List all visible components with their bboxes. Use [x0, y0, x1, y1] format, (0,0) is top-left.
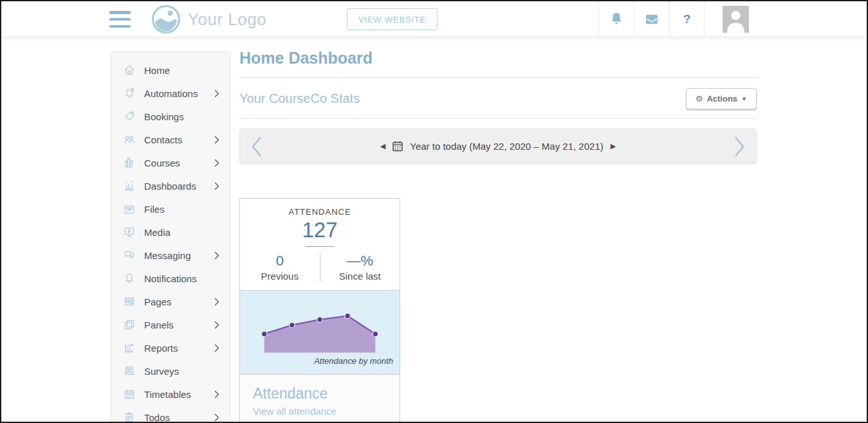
sidebar-item-label: Courses: [144, 158, 214, 168]
sidebar-item-panels[interactable]: Panels: [111, 313, 230, 336]
chevron-right-icon: [214, 390, 219, 399]
report-chart-icon: [123, 341, 136, 354]
chevron-right-icon: [214, 182, 219, 190]
sidebar-item-label: Dashboards: [144, 181, 214, 192]
sidebar-item-label: Media: [144, 227, 219, 238]
sidebar-item-messaging[interactable]: Messaging: [111, 244, 230, 267]
sidebar-item-automations[interactable]: Automations: [111, 82, 230, 105]
sidebar-item-dashboards[interactable]: Dashboards: [111, 174, 230, 197]
books-icon: [123, 156, 136, 169]
attendance-sparkline: Attendance by month: [240, 290, 400, 375]
sidebar-item-files[interactable]: Files: [111, 197, 230, 221]
sidebar-item-media[interactable]: Media: [111, 221, 230, 244]
chat-bubbles-icon: [123, 249, 136, 262]
sidebar-item-label: Home: [144, 65, 219, 76]
chart-data-point: [345, 313, 351, 318]
chevron-right-icon: [214, 413, 219, 422]
prev-arrow-icon[interactable]: ◀: [380, 143, 385, 150]
people-icon: [123, 133, 136, 146]
caret-down-icon: ▼: [741, 96, 747, 102]
since-last-value: —%: [320, 253, 400, 269]
attendance-card: ATTENDANCE 127 0 Previous —% Since last: [239, 198, 400, 423]
sidebar-item-bookings[interactable]: Bookings: [111, 105, 230, 128]
previous-label: Previous: [240, 271, 320, 282]
chart-data-point: [290, 322, 295, 327]
date-range-label[interactable]: Year to today (May 22, 2020 – May 21, 20…: [410, 141, 603, 152]
attendance-card-footer: Attendance View all attendance: [240, 375, 400, 423]
chevron-right-icon: [214, 89, 219, 98]
sidebar-item-courses[interactable]: Courses: [111, 151, 230, 174]
card-footer-title: Attendance: [253, 385, 387, 402]
sidebar-item-label: Pages: [144, 296, 214, 307]
divider: [305, 246, 335, 247]
previous-value: 0: [240, 253, 320, 269]
calendar-icon: [123, 388, 136, 401]
chart-data-point: [317, 317, 323, 322]
bell-icon: [608, 11, 625, 28]
user-avatar: [723, 6, 749, 33]
actions-button-label: Actions: [706, 94, 737, 104]
bell-icon: [123, 272, 136, 285]
inbox-button[interactable]: [634, 1, 669, 37]
chevron-right-icon: [214, 251, 219, 260]
view-all-attendance-link[interactable]: View all attendance: [253, 406, 337, 417]
chart-caption: Attendance by month: [314, 356, 393, 366]
user-menu[interactable]: [705, 1, 749, 37]
sidebar-item-reports[interactable]: Reports: [111, 336, 230, 359]
view-website-button[interactable]: VIEW WEBSITE: [347, 8, 438, 30]
chart-data-point: [261, 331, 267, 336]
logo[interactable]: Your Logo: [151, 4, 266, 35]
question-mark-icon: ?: [683, 12, 691, 26]
file-box-icon: [123, 203, 136, 215]
attendance-card-stats: ATTENDANCE 127 0 Previous —% Since last: [240, 199, 400, 290]
previous-period-chevron[interactable]: [251, 136, 262, 157]
sidebar-item-label: Files: [144, 204, 219, 215]
sidebar-item-label: Panels: [144, 320, 214, 330]
sidebar-item-label: Reports: [144, 343, 214, 354]
main-content: Home Dashboard Your CourseCo Stats ⚙ Act…: [239, 37, 757, 423]
inbox-icon: [643, 11, 660, 28]
sidebar-item-label: Bookings: [144, 111, 219, 122]
browser-window-icon: [123, 295, 136, 308]
notifications-button[interactable]: [598, 1, 634, 37]
page-title: Home Dashboard: [239, 37, 757, 67]
chevron-right-icon: [214, 136, 219, 144]
automation-bell-icon: [123, 87, 136, 100]
sidebar-item-label: Timetables: [144, 389, 214, 400]
actions-button[interactable]: ⚙ Actions ▼: [686, 88, 757, 109]
sidebar-item-label: Todos: [144, 412, 214, 423]
header-actions: ?: [598, 1, 749, 37]
date-range-bar: ◀ Year to today (May 22, 2020 – May 21, …: [239, 129, 757, 163]
divider: [239, 118, 757, 119]
top-header: Your Logo VIEW WEBSITE: [1, 1, 867, 37]
sidebar-item-todos[interactable]: Todos: [111, 406, 230, 423]
sidebar-item-home[interactable]: Home: [111, 59, 230, 82]
sidebar-item-label: Contacts: [144, 134, 214, 145]
since-last-label: Since last: [320, 271, 400, 282]
chevron-right-icon: [214, 344, 219, 352]
sidebar-item-label: Surveys: [144, 366, 219, 377]
section-title: Your CourseCo Stats: [239, 91, 360, 106]
next-arrow-icon[interactable]: ▶: [611, 143, 616, 150]
sidebar-nav: HomeAutomationsBookingsContactsCoursesDa…: [111, 51, 230, 423]
sidebar-item-pages[interactable]: Pages: [111, 290, 230, 313]
since-last-stat: —% Since last: [320, 253, 400, 282]
chart-data-point: [373, 331, 378, 336]
calendar-icon: [392, 141, 403, 152]
sidebar-item-timetables[interactable]: Timetables: [111, 382, 230, 406]
home-icon: [123, 64, 136, 76]
previous-stat: 0 Previous: [240, 253, 320, 282]
chevron-right-icon: [214, 159, 219, 167]
clipboard-icon: [123, 411, 136, 423]
layers-icon: [123, 318, 136, 331]
card-title: ATTENDANCE: [240, 207, 400, 217]
hamburger-menu-icon[interactable]: [109, 11, 131, 28]
gear-icon: ⚙: [696, 94, 703, 104]
sidebar-item-label: Notifications: [144, 273, 219, 284]
help-button[interactable]: ?: [669, 1, 705, 37]
sidebar-item-surveys[interactable]: Surveys: [111, 359, 230, 382]
sidebar-item-notifications[interactable]: Notifications: [111, 267, 230, 290]
sidebar-item-contacts[interactable]: Contacts: [111, 128, 230, 151]
app-window: Your Logo VIEW WEBSITE: [0, 0, 868, 423]
next-period-chevron[interactable]: [734, 136, 745, 157]
